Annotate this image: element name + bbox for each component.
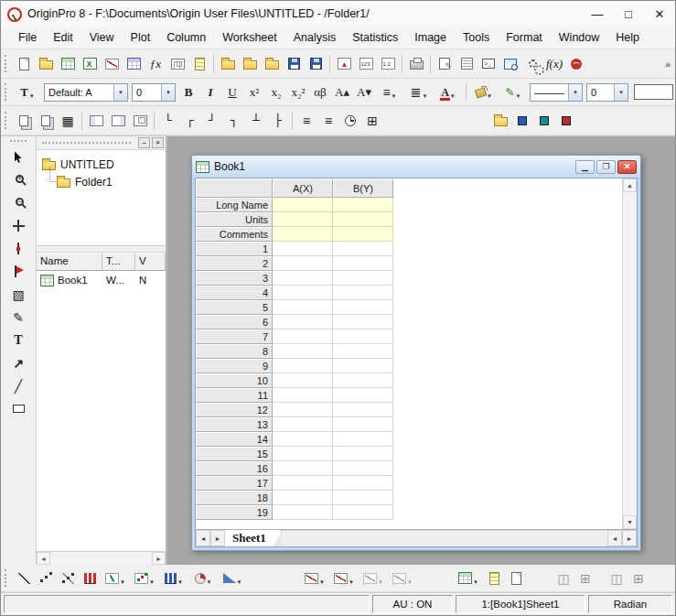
menu-plot[interactable]: Plot [123,28,159,47]
scroll-right-button[interactable]: ► [152,552,166,565]
menu-format[interactable]: Format [498,28,551,47]
worksheet-cell[interactable] [273,330,333,344]
import-single-ascii-button[interactable] [355,53,377,74]
row-label[interactable]: 10 [196,373,273,388]
worksheet-cell[interactable] [273,432,333,447]
menu-edit[interactable]: Edit [45,28,81,47]
scroll-up-button[interactable]: ▲ [623,178,637,192]
combo-arrow-icon[interactable]: ▼ [113,84,127,101]
line-spacing-button[interactable]: ≣▼ [404,81,434,103]
mask-tool-button[interactable]: ▧ [7,284,29,305]
save-project-button[interactable] [283,53,305,74]
worksheet-cell[interactable] [333,242,393,256]
new-matrix-button[interactable] [123,53,145,74]
show-grid-button[interactable]: ⊞ [361,110,383,131]
scroll-right-button[interactable]: ► [622,530,637,546]
duplicate-book-button[interactable] [505,567,527,589]
worksheet-cell[interactable] [273,388,333,403]
toolbar-grip[interactable] [5,55,9,72]
row-label[interactable]: 14 [196,432,273,447]
worksheet-cell[interactable] [333,212,393,227]
open-excel-button[interactable] [239,53,261,74]
superscript-button[interactable]: x² [243,81,265,103]
worksheet-grid-view-button[interactable]: ▦ [57,110,79,131]
new-graph-button[interactable] [101,53,123,74]
toolbar-grip[interactable] [10,140,27,142]
font-size-combo[interactable]: 0 ▼ [132,83,176,102]
new-folder-button[interactable] [35,53,57,74]
worksheet-cell[interactable] [333,330,393,344]
format-tool-button[interactable]: T ▼ [13,81,42,103]
line-style-combo[interactable]: ——— ▼ [530,83,583,102]
worksheet-cell[interactable] [333,344,393,359]
project-explorer-hscrollbar[interactable]: ◄ ► [37,551,166,565]
special-symbol-dropdown-button[interactable]: ▼ [130,567,159,589]
template-library-dropdown-button[interactable]: ▼ [329,567,359,589]
row-label[interactable]: 13 [196,417,273,432]
results-log-button[interactable] [456,53,477,74]
scroll-left-button[interactable]: ◄ [607,530,622,546]
pie-chart-dropdown-button[interactable]: ▼ [188,567,218,589]
combo-arrow-icon[interactable]: ▼ [568,84,582,101]
menu-analysis[interactable]: Analysis [285,28,345,47]
row-label[interactable]: 2 [196,256,273,271]
minimize-button[interactable]: — [582,1,613,27]
line-color-button[interactable]: ✎ ▼ [499,81,528,103]
row-label[interactable]: 12 [196,403,273,417]
bold-button[interactable]: B [177,81,199,103]
edit-annotation-folder-button[interactable] [489,110,511,131]
scroll-left-button[interactable]: ◄ [37,552,50,565]
worksheet-cell[interactable] [333,373,393,388]
panel-grip[interactable] [42,142,131,144]
row-label[interactable]: 19 [196,505,273,520]
add-inset-layer-button[interactable] [129,110,151,131]
font-style-combo[interactable]: Default: A ▼ [44,83,128,102]
import-multiple-ascii-button[interactable] [377,53,399,74]
new-notes-button[interactable] [188,53,210,74]
axes-right-top-button[interactable]: ┐ [223,110,245,131]
tab-scroll-right-button[interactable]: ► [210,530,225,546]
row-label[interactable]: 6 [196,315,273,330]
worksheet-cell[interactable] [333,198,393,212]
row-label[interactable]: 1 [196,242,273,256]
fill-color-button[interactable]: ▼ [469,81,499,103]
axes-left-button[interactable]: ├ [267,110,289,131]
axes-left-top-button[interactable]: ┌ [179,110,201,131]
panel-splitter[interactable] [37,245,166,253]
row-label[interactable]: 8 [196,344,273,359]
data-selector-tool-button[interactable] [7,261,29,282]
open-button[interactable] [217,53,239,74]
special-line-dropdown-button[interactable]: ▼ [101,567,130,589]
book1-titlebar[interactable]: Book1 ▁ ❐ ✕ [192,156,640,178]
file-list-row-book1[interactable]: Book1W...N [37,271,166,289]
menu-tools[interactable]: Tools [455,28,498,47]
new-excel-button[interactable] [79,53,101,74]
worksheet-cell[interactable] [273,447,333,461]
sub-superscript-button[interactable]: x₂² [287,81,309,103]
row-label[interactable]: 16 [196,461,273,476]
book1-close-button[interactable]: ✕ [617,160,637,174]
scroll-down-button[interactable]: ▼ [623,515,637,529]
worksheet-cell[interactable] [273,198,333,212]
worksheet-cell[interactable] [273,344,333,359]
worksheet-hscrollbar-track[interactable] [282,530,607,546]
book1-restore-button[interactable]: ❐ [596,160,616,174]
worksheet-cell[interactable] [273,403,333,417]
worksheet-cell[interactable] [333,388,393,403]
panel-minimize-button[interactable]: – [138,137,150,148]
row-label[interactable]: 15 [196,447,273,461]
worksheet-cell[interactable] [273,476,333,491]
draw-data-tool-button[interactable]: ✎ [7,307,29,328]
worksheet-cell[interactable] [333,505,393,520]
worksheet-cell[interactable] [273,242,333,256]
line-width-combo[interactable]: 0 ▼ [586,83,628,102]
menu-worksheet[interactable]: Worksheet [214,28,285,47]
update-clock-button[interactable] [339,110,361,131]
stack-vertical-button[interactable]: ≡ [317,110,339,131]
toolbar-grip[interactable] [5,112,9,129]
close-button[interactable]: ✕ [644,1,675,27]
axes-left-bottom-button[interactable]: └ [157,110,179,131]
row-label[interactable]: 18 [196,491,273,505]
paragraph-align-button[interactable]: ≡▼ [375,81,404,103]
new-layout-button[interactable] [166,53,188,74]
